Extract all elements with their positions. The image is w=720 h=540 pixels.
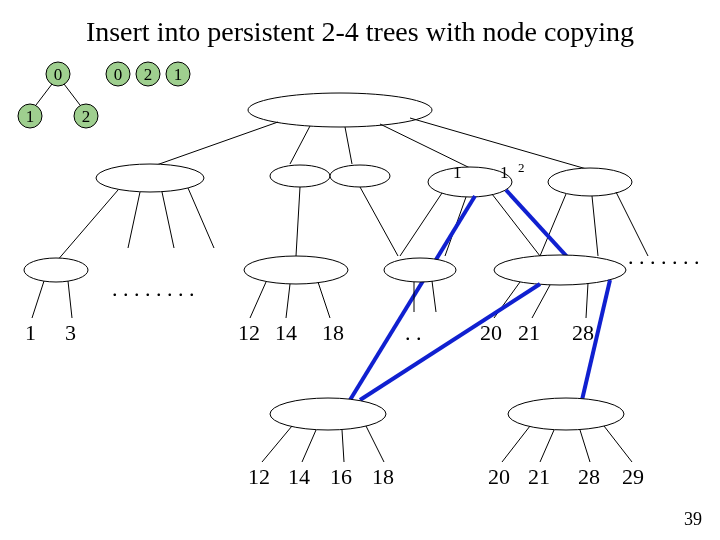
b-18: 18	[372, 464, 394, 489]
svg-line-6	[36, 84, 52, 105]
leaf-14: 14	[275, 320, 297, 345]
svg-line-54	[502, 426, 530, 462]
svg-line-52	[342, 430, 344, 462]
svg-point-17	[548, 168, 632, 196]
b-29: 29	[622, 464, 644, 489]
bottom-nodes	[270, 398, 624, 430]
mid-one: 1	[453, 163, 462, 182]
svg-line-45	[586, 283, 588, 318]
b-16: 16	[330, 464, 352, 489]
svg-point-49	[508, 398, 624, 430]
ellipsis-right: . . . . . . .	[628, 244, 700, 269]
ellipsis-left: . . . . . . . .	[112, 276, 195, 301]
svg-line-19	[128, 192, 140, 248]
svg-point-33	[244, 256, 348, 284]
svg-line-8	[148, 122, 278, 168]
l2-left-edges	[56, 188, 214, 262]
svg-line-36	[32, 281, 44, 318]
b-28: 28	[578, 464, 600, 489]
svg-line-24	[400, 193, 442, 256]
svg-point-13	[96, 164, 204, 192]
l3-296-edges	[250, 282, 330, 318]
svg-line-40	[318, 282, 330, 318]
svg-line-22	[296, 187, 300, 256]
svg-point-48	[270, 398, 386, 430]
b-21: 21	[528, 464, 550, 489]
svg-line-30	[350, 196, 475, 400]
leaf-3: 3	[65, 320, 76, 345]
svg-line-39	[286, 284, 290, 318]
leaf-dots: . .	[405, 320, 422, 345]
l3-56-edges	[32, 281, 72, 318]
svg-line-56	[580, 430, 590, 462]
svg-line-44	[532, 285, 550, 318]
leaf-row-bottom: 12 14 16 18 20 21 28 29	[248, 464, 644, 489]
b-14: 14	[288, 464, 310, 489]
leaf-12: 12	[238, 320, 260, 345]
svg-line-7	[64, 84, 80, 105]
b-20: 20	[488, 464, 510, 489]
svg-point-14	[270, 165, 330, 187]
mid-two-r: 2	[518, 160, 525, 175]
svg-line-55	[540, 430, 554, 462]
svg-line-50	[262, 426, 292, 462]
l3-420-edges	[414, 281, 436, 312]
root-node	[248, 93, 432, 127]
bottom-right-edges	[502, 426, 632, 462]
diagram-canvas: 0 0 2 1 1 2 1 1 2	[0, 0, 720, 540]
svg-line-38	[250, 282, 266, 318]
leaf-21: 21	[518, 320, 540, 345]
svg-point-35	[494, 255, 626, 285]
leaf-18: 18	[322, 320, 344, 345]
leaf-28: 28	[572, 320, 594, 345]
svg-point-32	[24, 258, 88, 282]
mid-one-r: 1	[500, 163, 509, 182]
svg-line-21	[188, 188, 214, 248]
svg-line-57	[604, 426, 632, 462]
svg-line-20	[162, 192, 174, 248]
svg-point-34	[384, 258, 456, 282]
circle-2: 2	[144, 65, 153, 84]
level2-nodes	[96, 164, 632, 197]
svg-line-9	[290, 126, 310, 164]
circle-0b: 0	[114, 65, 123, 84]
svg-line-27	[540, 194, 566, 256]
svg-line-28	[592, 196, 598, 256]
circle-2r: 2	[82, 107, 91, 126]
blue-edges-upper	[350, 190, 570, 400]
circle-1l: 1	[26, 107, 35, 126]
svg-point-15	[330, 165, 390, 187]
svg-line-23	[360, 187, 398, 256]
svg-line-51	[302, 430, 316, 462]
bottom-left-edges	[262, 426, 384, 462]
svg-line-53	[366, 426, 384, 462]
l3-560-edges	[494, 282, 588, 318]
svg-line-42	[432, 281, 436, 312]
svg-line-10	[345, 127, 352, 164]
leaf-row-upper: 1 3 12 14 18 . . 20 21 28	[25, 320, 594, 345]
svg-line-37	[68, 281, 72, 318]
leaf-20: 20	[480, 320, 502, 345]
leaf-1: 1	[25, 320, 36, 345]
circle-1: 1	[174, 65, 183, 84]
b-12: 12	[248, 464, 270, 489]
svg-line-11	[380, 124, 470, 168]
l2-mid-edges	[296, 187, 398, 256]
svg-line-18	[56, 190, 118, 262]
circle-0a: 0	[54, 65, 63, 84]
